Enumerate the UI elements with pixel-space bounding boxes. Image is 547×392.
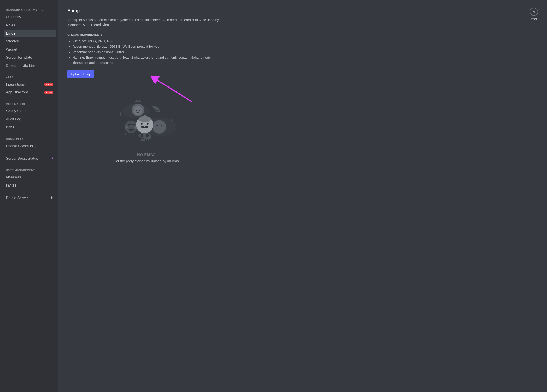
- server-name-header: HANNAHMACREADY'S SER…: [4, 7, 56, 13]
- svg-point-8: [153, 120, 166, 134]
- upload-requirements-list: File type: JPEG, PNG, GIF Recommended fi…: [67, 39, 223, 66]
- svg-point-3: [157, 110, 158, 111]
- sidebar-item-bans[interactable]: Bans: [4, 124, 56, 131]
- sidebar-item-label: Stickers: [6, 39, 53, 44]
- svg-point-25: [147, 123, 149, 125]
- empty-state-illustration: [115, 98, 178, 147]
- empty-state-subtitle: Get the party started by uploading an em…: [113, 159, 180, 163]
- sidebar-item-app-directory[interactable]: App Directory NEW: [4, 88, 56, 96]
- new-badge: NEW: [44, 91, 53, 94]
- sidebar-item-roles[interactable]: Roles: [4, 21, 56, 29]
- svg-point-7: [139, 110, 140, 111]
- sidebar-item-stickers[interactable]: Stickers: [4, 38, 56, 45]
- sidebar-divider: [6, 192, 53, 192]
- settings-sidebar: HANNAHMACREADY'S SER… Overview Roles Emo…: [0, 0, 58, 392]
- sidebar-item-label: Audit Log: [6, 117, 53, 122]
- esc-label: ESC: [531, 18, 537, 21]
- boost-gem-icon: [50, 156, 53, 161]
- sidebar-item-delete-server[interactable]: Delete Server: [4, 194, 56, 202]
- svg-point-9: [157, 125, 158, 126]
- sidebar-item-label: App Directory: [6, 90, 44, 95]
- sidebar-item-label: Integrations: [6, 82, 44, 87]
- svg-point-10: [161, 125, 162, 126]
- svg-point-23: [143, 115, 146, 118]
- svg-point-15: [141, 134, 143, 137]
- sidebar-item-label: Roles: [6, 23, 53, 28]
- sidebar-header-moderation: MODERATION: [4, 101, 56, 107]
- new-badge: NEW: [44, 83, 53, 86]
- svg-point-5: [133, 106, 142, 115]
- trash-icon: [50, 196, 53, 200]
- sidebar-item-label: Safety Setup: [6, 109, 53, 113]
- close-icon: [530, 8, 538, 16]
- sidebar-item-audit-log[interactable]: Audit Log: [4, 115, 56, 123]
- page-title: Emoji: [67, 8, 226, 13]
- sidebar-item-label: Overview: [6, 15, 53, 20]
- sidebar-item-label: Members: [6, 175, 53, 180]
- page-description: Add up to 50 custom emojis that anyone c…: [67, 17, 223, 27]
- sidebar-header-community: COMMUNITY: [4, 136, 56, 142]
- svg-point-0: [52, 158, 52, 159]
- sidebar-divider: [6, 165, 53, 165]
- content-divider: [67, 84, 226, 84]
- sidebar-item-label: Invites: [6, 183, 53, 188]
- svg-point-13: [125, 126, 128, 129]
- svg-point-16: [146, 134, 149, 137]
- upload-emoji-button[interactable]: Upload Emoji: [67, 70, 94, 78]
- sidebar-item-members[interactable]: Members: [4, 173, 56, 181]
- empty-state-title: NO EMOJI: [137, 153, 157, 157]
- sidebar-item-overview[interactable]: Overview: [4, 13, 56, 21]
- upload-requirements-header: UPLOAD REQUIREMENTS: [67, 33, 226, 36]
- sidebar-item-integrations[interactable]: Integrations NEW: [4, 81, 56, 88]
- sidebar-item-emoji[interactable]: Emoji: [4, 30, 56, 38]
- sidebar-item-widget[interactable]: Widget: [4, 46, 56, 53]
- svg-rect-11: [157, 129, 162, 129]
- sidebar-item-safety-setup[interactable]: Safety Setup: [4, 107, 56, 115]
- requirement-item: Naming: Emoji names must be at least 2 c…: [72, 55, 223, 65]
- sidebar-item-label: Server Template: [6, 55, 53, 60]
- sidebar-item-enable-community[interactable]: Enable Community: [4, 142, 56, 150]
- requirement-item: File type: JPEG, PNG, GIF: [72, 39, 223, 44]
- svg-point-6: [136, 110, 137, 111]
- sidebar-divider: [6, 72, 53, 72]
- sidebar-item-custom-invite-link[interactable]: Custom Invite Link: [4, 62, 56, 70]
- sidebar-item-label: Enable Community: [6, 144, 53, 149]
- svg-point-24: [141, 123, 143, 125]
- sidebar-divider: [6, 152, 53, 153]
- empty-state: NO EMOJI Get the party started by upload…: [67, 93, 226, 163]
- settings-content: ESC Emoji Add up to 50 custom emojis tha…: [58, 0, 547, 392]
- sidebar-item-label: Bans: [6, 125, 53, 130]
- close-button[interactable]: ESC: [530, 8, 538, 21]
- sidebar-item-label: Server Boost Status: [6, 156, 50, 161]
- sidebar-item-label: Emoji: [6, 31, 53, 36]
- sidebar-item-label: Delete Server: [6, 196, 50, 200]
- sidebar-item-label: Custom Invite Link: [6, 63, 53, 68]
- sidebar-item-server-boost-status[interactable]: Server Boost Status: [4, 155, 56, 163]
- sidebar-header-user-management: USER MANAGEMENT: [4, 167, 56, 173]
- sidebar-item-server-template[interactable]: Server Template: [4, 54, 56, 62]
- sidebar-item-label: Widget: [6, 47, 53, 52]
- sidebar-header-apps: APPS: [4, 74, 56, 80]
- sidebar-item-invites[interactable]: Invites: [4, 182, 56, 189]
- sidebar-divider: [6, 134, 53, 134]
- requirement-item: Recommended file size: 256 KB (We'll com…: [72, 44, 223, 49]
- requirement-item: Recommended dimensions: 108x108: [72, 50, 223, 55]
